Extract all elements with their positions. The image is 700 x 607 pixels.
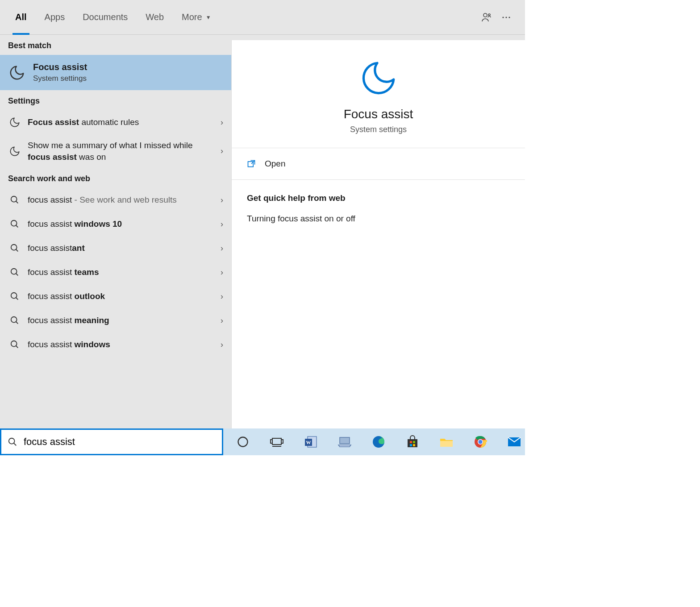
chevron-right-icon[interactable]: › [216, 220, 223, 229]
svg-line-12 [16, 274, 18, 276]
web-result[interactable]: focus assist teams › [0, 260, 231, 284]
search-input[interactable] [24, 436, 216, 448]
search-icon [8, 266, 21, 279]
web-result-text: focus assist - See work and web results [28, 194, 216, 206]
svg-rect-35 [410, 444, 412, 446]
web-result-text: focus assistant [28, 242, 216, 254]
svg-rect-30 [340, 437, 350, 444]
preview-title: Focus assist [344, 107, 413, 121]
search-icon [8, 241, 21, 255]
chrome-icon[interactable] [470, 431, 491, 453]
tab-web[interactable]: Web [139, 0, 170, 35]
more-options-icon[interactable] [496, 8, 516, 27]
svg-rect-32 [408, 439, 417, 447]
preview-header: Focus assist System settings [232, 40, 525, 148]
web-result-text: focus assist windows [28, 339, 216, 350]
task-view-icon[interactable] [266, 431, 288, 453]
svg-point-22 [238, 437, 248, 447]
svg-text:W: W [306, 440, 311, 445]
svg-point-15 [11, 317, 17, 323]
web-result[interactable]: focus assist - See work and web results … [0, 188, 231, 212]
chevron-right-icon[interactable]: › [216, 292, 223, 301]
web-result[interactable]: focus assistant › [0, 236, 231, 260]
web-result[interactable]: focus assist outlook › [0, 284, 231, 308]
tab-documents[interactable]: Documents [76, 0, 134, 35]
settings-result[interactable]: Show me a summary of what I missed while… [0, 134, 231, 168]
section-best-match: Best match [0, 35, 231, 55]
windows-search-flyout: All Apps Documents Web More ▼ Best match [0, 0, 525, 428]
web-result[interactable]: focus assist windows › [0, 333, 231, 357]
best-match-subtitle: System settings [33, 74, 87, 83]
best-match-title: Focus assist [33, 62, 87, 72]
svg-point-1 [488, 14, 490, 16]
search-box[interactable] [0, 428, 223, 455]
tab-all[interactable]: All [9, 0, 33, 35]
web-result-text: focus assist teams [28, 266, 216, 278]
search-icon [8, 290, 21, 303]
web-result[interactable]: focus assist windows 10 › [0, 212, 231, 236]
svg-rect-23 [272, 438, 281, 445]
svg-line-18 [16, 346, 18, 348]
svg-line-14 [16, 298, 18, 300]
help-link[interactable]: Turning focus assist on or off [247, 214, 510, 224]
edge-icon[interactable] [368, 431, 389, 453]
svg-point-5 [11, 196, 17, 202]
chevron-right-icon[interactable]: › [216, 146, 223, 156]
cortana-icon[interactable] [232, 431, 254, 453]
search-icon [8, 437, 17, 447]
svg-rect-33 [410, 441, 412, 443]
svg-point-17 [11, 341, 17, 347]
svg-rect-25 [281, 440, 283, 443]
svg-rect-34 [413, 441, 415, 443]
word-icon[interactable]: W [300, 431, 321, 453]
svg-point-0 [483, 13, 487, 17]
tab-label: Apps [45, 12, 65, 22]
search-icon [8, 314, 21, 327]
web-result-text: focus assist meaning [28, 315, 216, 326]
settings-result-text: Show me a summary of what I missed while… [28, 140, 216, 162]
svg-rect-36 [413, 444, 415, 446]
svg-point-9 [11, 245, 17, 250]
search-icon [8, 217, 21, 231]
svg-rect-24 [271, 440, 272, 443]
svg-point-2 [502, 17, 504, 18]
open-action[interactable]: Open [232, 148, 525, 180]
chevron-right-icon[interactable]: › [216, 118, 223, 127]
tab-label: All [15, 12, 27, 22]
web-result-text: focus assist outlook [28, 291, 216, 302]
chevron-right-icon[interactable]: › [216, 340, 223, 349]
best-match-result[interactable]: Focus assist System settings [0, 55, 231, 90]
search-body: Best match Focus assist System settings … [0, 35, 525, 428]
chevron-right-icon[interactable]: › [216, 195, 223, 205]
web-result[interactable]: focus assist meaning › [0, 308, 231, 333]
focus-assist-icon [8, 64, 26, 82]
chevron-right-icon[interactable]: › [216, 268, 223, 277]
focus-assist-icon [8, 145, 21, 158]
svg-point-11 [11, 269, 17, 274]
settings-result[interactable]: Focus assist automatic rules › [0, 110, 231, 134]
search-icon [8, 338, 21, 351]
settings-result-text: Focus assist automatic rules [28, 116, 216, 128]
results-pane: Best match Focus assist System settings … [0, 35, 231, 428]
svg-line-6 [16, 201, 18, 204]
help-header: Get quick help from web [247, 193, 510, 203]
help-section: Get quick help from web Turning focus as… [232, 180, 525, 237]
tab-label: Documents [83, 12, 128, 22]
preview-subtitle: System settings [350, 125, 407, 134]
mail-icon[interactable] [504, 431, 525, 453]
store-icon[interactable] [402, 431, 423, 453]
section-settings: Settings [0, 90, 231, 110]
chevron-right-icon[interactable]: › [216, 244, 223, 253]
svg-point-7 [11, 220, 17, 226]
best-match-text: Focus assist System settings [33, 62, 87, 83]
laptop-icon[interactable] [334, 431, 355, 453]
web-result-text: focus assist windows 10 [28, 218, 216, 230]
tab-more[interactable]: More ▼ [175, 0, 217, 35]
file-explorer-icon[interactable] [436, 431, 457, 453]
account-icon[interactable] [477, 8, 496, 27]
search-icon [8, 193, 21, 207]
svg-line-21 [14, 443, 17, 446]
search-tabs: All Apps Documents Web More ▼ [0, 0, 525, 35]
tab-apps[interactable]: Apps [38, 0, 71, 35]
chevron-right-icon[interactable]: › [216, 316, 223, 325]
